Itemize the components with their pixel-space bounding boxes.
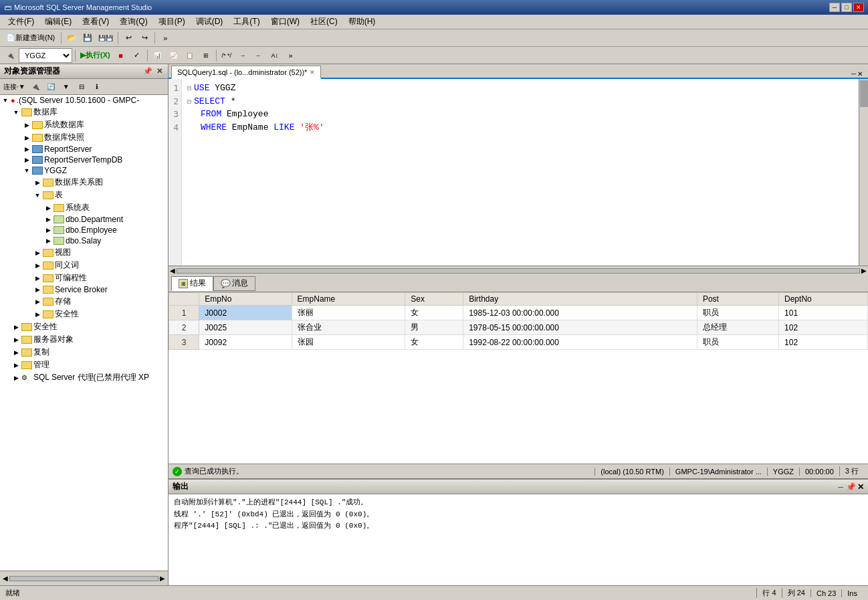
query-tab-1[interactable]: SQLQuery1.sql - (lo...dministrator (52))… bbox=[171, 66, 321, 79]
tree-item-emp[interactable]: ▶ dbo.Employee bbox=[0, 225, 168, 235]
editor-vscrollbar[interactable] bbox=[859, 79, 868, 266]
editor-hscrollbar-track[interactable] bbox=[177, 268, 860, 274]
font-size-button[interactable]: A↕ bbox=[267, 48, 282, 63]
table-row[interactable]: 1 J0002 张丽 女 1985-12-03 00:00:00.000 职员 … bbox=[169, 306, 868, 320]
properties-button[interactable]: ℹ bbox=[90, 80, 104, 94]
expander-sqlagent[interactable]: ▶ bbox=[11, 375, 21, 381]
expander-serverobj[interactable]: ▶ bbox=[11, 336, 21, 343]
stop-button[interactable]: ■ bbox=[114, 48, 128, 63]
table-row[interactable]: 3 J0092 张园 女 1992-08-22 00:00:00.000 职员 … bbox=[169, 335, 868, 350]
disconnect-button[interactable]: 🔌 bbox=[28, 80, 43, 94]
expander-server[interactable]: ▼ bbox=[0, 97, 11, 104]
expander-yggz[interactable]: ▼ bbox=[21, 167, 32, 174]
tree-item-sqlagent[interactable]: ▶ ⚙ SQL Server 代理(已禁用代理 XP bbox=[0, 371, 168, 384]
editor-code[interactable]: ⊟ USE YGGZ ⊟ SELECT * FROM Employee bbox=[182, 79, 868, 136]
horizontal-scrollbar[interactable] bbox=[9, 576, 158, 581]
comment-button[interactable]: /* */ bbox=[219, 48, 234, 63]
tree-item-replication[interactable]: ▶ 复制 bbox=[0, 346, 168, 359]
close-button[interactable]: ✕ bbox=[853, 3, 864, 12]
tree-item-systables[interactable]: ▶ 系统表 bbox=[0, 201, 168, 214]
window-controls[interactable]: ─ □ ✕ bbox=[829, 3, 864, 12]
grid-button[interactable]: ⊞ bbox=[199, 48, 213, 63]
cell-birthday-2[interactable]: 1978-05-15 00:00:00.000 bbox=[463, 320, 697, 335]
output-close-button[interactable]: ✕ bbox=[857, 482, 864, 492]
filter-button[interactable]: ▼ bbox=[59, 80, 74, 94]
expander-views[interactable]: ▶ bbox=[32, 249, 43, 256]
expander-servicebroker[interactable]: ▶ bbox=[32, 286, 43, 293]
indent-button[interactable]: → bbox=[235, 48, 250, 63]
menu-query[interactable]: 查询(Q) bbox=[114, 15, 152, 29]
cell-deptno-1[interactable]: 101 bbox=[779, 306, 868, 320]
cell-post-3[interactable]: 职员 bbox=[697, 335, 778, 350]
expander-reportserver[interactable]: ▶ bbox=[21, 146, 32, 153]
tree-item-dept[interactable]: ▶ dbo.Department bbox=[0, 214, 168, 225]
menu-help[interactable]: 帮助(H) bbox=[343, 15, 381, 29]
minimize-button[interactable]: ─ bbox=[829, 3, 840, 12]
menu-file[interactable]: 文件(F) bbox=[3, 15, 39, 29]
cell-sex-1[interactable]: 女 bbox=[405, 306, 463, 320]
cell-empno-2[interactable]: J0025 bbox=[199, 320, 292, 335]
tree-item-views[interactable]: ▶ 视图 bbox=[0, 246, 168, 259]
cell-sex-3[interactable]: 女 bbox=[405, 335, 463, 350]
results-tab-messages[interactable]: 💬 消息 bbox=[213, 276, 255, 291]
refresh-button[interactable]: 🔄 bbox=[43, 80, 58, 94]
tree-item-databases[interactable]: ▼ 数据库 bbox=[0, 106, 168, 118]
outdent-button[interactable]: ← bbox=[251, 48, 266, 63]
redo-button[interactable]: ↪ bbox=[137, 31, 152, 45]
tree-item-reportservertempdb[interactable]: ▶ ReportServerTempDB bbox=[0, 155, 168, 165]
expander-databases[interactable]: ▼ bbox=[11, 109, 21, 116]
show-plan-button[interactable]: 📊 bbox=[150, 48, 165, 63]
expander-management[interactable]: ▶ bbox=[11, 362, 21, 369]
database-selector[interactable]: YGGZ bbox=[19, 48, 72, 63]
results-tab-results[interactable]: ⊞ 结果 bbox=[171, 276, 213, 291]
menu-edit[interactable]: 编辑(E) bbox=[39, 15, 77, 29]
change-connection-button[interactable]: 🔌 bbox=[3, 48, 17, 63]
new-query-button[interactable]: 📄 新建查询(N) bbox=[3, 31, 58, 45]
tree-item-servicebroker[interactable]: ▶ Service Broker bbox=[0, 284, 168, 295]
menu-community[interactable]: 社区(C) bbox=[305, 15, 343, 29]
cell-birthday-3[interactable]: 1992-08-22 00:00:00.000 bbox=[463, 335, 697, 350]
expander-systables[interactable]: ▶ bbox=[43, 205, 53, 211]
more-button[interactable]: » bbox=[158, 31, 173, 45]
menu-debug[interactable]: 调试(D) bbox=[191, 15, 229, 29]
editor-scroll-area[interactable]: ⊟ USE YGGZ ⊟ SELECT * FROM Employee bbox=[182, 79, 868, 266]
tree-item-server[interactable]: ▼ ● .(SQL Server 10.50.1600 - GMPC- bbox=[0, 95, 168, 106]
editor-hscrollbar[interactable]: ◀ ▶ bbox=[169, 266, 868, 275]
save-button[interactable]: 💾 bbox=[80, 31, 95, 45]
connect-button[interactable]: 连接·▼ bbox=[1, 80, 27, 94]
cell-empno-3[interactable]: J0092 bbox=[199, 335, 292, 350]
expander-emp[interactable]: ▶ bbox=[43, 227, 53, 233]
menu-project[interactable]: 项目(P) bbox=[153, 15, 191, 29]
expander-replication[interactable]: ▶ bbox=[11, 349, 21, 356]
output-pin-button[interactable]: 📌 bbox=[846, 482, 856, 492]
cell-empno-1[interactable]: J0002 bbox=[199, 306, 292, 320]
expander-dept[interactable]: ▶ bbox=[43, 216, 53, 223]
expander-security-db[interactable]: ▶ bbox=[32, 311, 43, 318]
execute-button[interactable]: ▶ 执行(X) bbox=[78, 48, 112, 63]
object-explorer-scroll[interactable]: ◀ ▶ bbox=[0, 571, 168, 585]
pin-icon[interactable]: 📌 bbox=[142, 67, 154, 76]
parse-button[interactable]: ✓ bbox=[130, 48, 144, 63]
tree-item-security-db[interactable]: ▶ 安全性 bbox=[0, 308, 168, 320]
expander-storage[interactable]: ▶ bbox=[32, 298, 43, 305]
open-button[interactable]: 📂 bbox=[64, 31, 79, 45]
tab-close-button[interactable]: ✕ bbox=[310, 69, 315, 76]
cell-sex-2[interactable]: 男 bbox=[405, 320, 463, 335]
tree-item-management[interactable]: ▶ 管理 bbox=[0, 359, 168, 371]
cell-empname-2[interactable]: 张合业 bbox=[292, 320, 405, 335]
cell-birthday-1[interactable]: 1985-12-03 00:00:00.000 bbox=[463, 306, 697, 320]
tree-item-storage[interactable]: ▶ 存储 bbox=[0, 295, 168, 308]
undo-button[interactable]: ↩ bbox=[121, 31, 136, 45]
include-stats-button[interactable]: 📈 bbox=[167, 48, 181, 63]
menu-view[interactable]: 查看(V) bbox=[77, 15, 114, 29]
tree-item-dbdiagram[interactable]: ▶ 数据库关系图 bbox=[0, 176, 168, 189]
expander-salay[interactable]: ▶ bbox=[43, 237, 53, 244]
tree-item-security-top[interactable]: ▶ 安全性 bbox=[0, 320, 168, 333]
tree-item-salay[interactable]: ▶ dbo.Salay bbox=[0, 235, 168, 246]
tree-item-programmability[interactable]: ▶ 可编程性 bbox=[0, 272, 168, 284]
tree-item-synonyms[interactable]: ▶ 同义词 bbox=[0, 259, 168, 272]
collapse-all-button[interactable]: ⊟ bbox=[74, 80, 89, 94]
expander-systemdb[interactable]: ▶ bbox=[21, 122, 32, 128]
cell-empname-1[interactable]: 张丽 bbox=[292, 306, 405, 320]
editor-vscrollbar-thumb[interactable] bbox=[860, 80, 868, 107]
